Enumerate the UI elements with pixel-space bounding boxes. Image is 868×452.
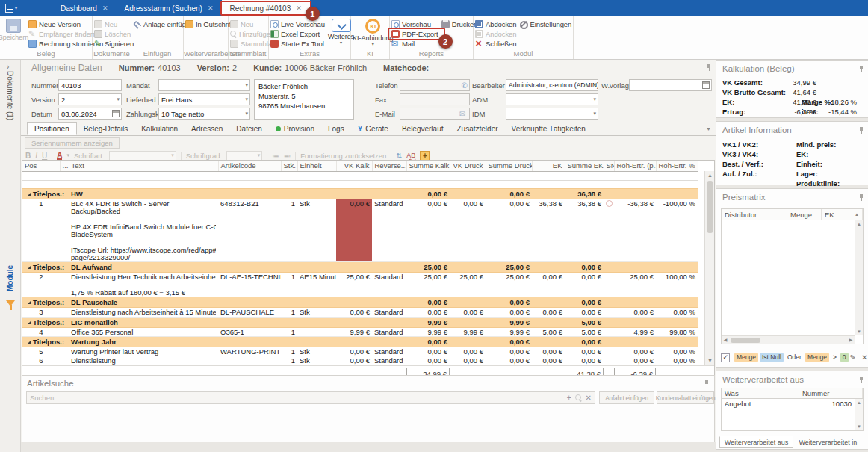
table-row[interactable]: 3Dienstleistung nach Arbeitseinheit à 15… (22, 308, 698, 317)
cell-reverse[interactable]: Standard (372, 347, 406, 356)
lieferbed-dropdown[interactable]: Frei Haus▾ (158, 93, 250, 105)
cell-code[interactable]: 648312-B21 (218, 199, 281, 262)
grid-col-text[interactable]: Text (69, 161, 218, 172)
table-row[interactable] (22, 172, 698, 181)
cell-text[interactable]: Office 365 Personal (69, 327, 218, 336)
font-color-button[interactable]: A (57, 152, 62, 160)
filter-chip-menge[interactable]: Menge (734, 353, 758, 362)
tab-zusatzfelder[interactable]: Zusatzfelder (450, 122, 505, 135)
cell-rohpct[interactable]: -100,00 % (656, 199, 698, 262)
ribbon-item-starte-ex-tool[interactable]: Starte Ex.Tool (269, 39, 326, 49)
grid-col-vkkalk[interactable]: VK Kalk (336, 161, 372, 172)
cell-dots[interactable] (60, 199, 69, 262)
group-expand-cell[interactable]: Titelpos.: (22, 262, 69, 273)
grid-col-dots[interactable]: ... (60, 161, 69, 172)
reset-format-button[interactable]: Formatierung zurücksetzen (300, 152, 386, 160)
pin-icon[interactable] (704, 380, 710, 388)
cell-sek[interactable]: 0,00 € (565, 356, 604, 365)
group-expand-cell[interactable]: Titelpos.: (22, 189, 69, 199)
ab-check-button[interactable]: AB (406, 152, 415, 159)
mandat-dropdown[interactable]: ▾ (158, 79, 250, 91)
cell-einheit[interactable]: Stk (297, 347, 336, 356)
tab-kalkulation[interactable]: Kalkulation (134, 122, 185, 135)
cell-sdruck[interactable]: 0,00 € (486, 308, 532, 317)
cell-ek[interactable]: 0,00 € (532, 347, 565, 356)
col-was[interactable]: Was (722, 388, 799, 398)
wvorlage-icon[interactable] (702, 81, 710, 89)
ribbon-item-abdocken[interactable]: Abdocken (474, 19, 518, 29)
cell-rohp[interactable]: 0,00 € (614, 347, 656, 356)
cell-vkdruck[interactable]: 25,00 € (450, 273, 486, 297)
seriennummern-button[interactable]: Seriennummern anzeigen (25, 137, 120, 149)
cell-text[interactable]: Wartung Printer laut Vertrag (69, 347, 218, 356)
col-menge[interactable]: Menge (787, 209, 822, 220)
cell-vkdruck[interactable]: 0,00 € (450, 199, 486, 262)
cell-rohpct[interactable]: 0,00 % (656, 347, 698, 356)
tab-verknüpfte-tätigkeiten[interactable]: Verknüpfte Tätigkeiten (505, 122, 592, 135)
cell-rohp[interactable]: -36,38 € (614, 199, 656, 262)
bearbeiter-dropdown[interactable]: Administrator, c-entron (ADMIN)▾ (506, 79, 598, 91)
cell-skalk[interactable]: 9,99 € (406, 327, 450, 336)
grid-col-pos[interactable]: Pos (22, 161, 60, 172)
group-expand-cell[interactable]: Titelpos.: (22, 336, 69, 347)
list-number-icon[interactable]: ≕ (284, 152, 291, 160)
tab-adressen[interactable]: Adressen (185, 122, 229, 135)
grid-col-reverse[interactable]: Reverse... (372, 161, 406, 172)
cell-rohp[interactable]: 25,00 € (614, 273, 656, 297)
cell-sek[interactable]: 36,38 € (565, 199, 604, 262)
ribbon-item-schließen[interactable]: Schließen (474, 39, 518, 49)
cell-skalk[interactable]: 0,00 € (406, 199, 450, 262)
cell-sn[interactable] (604, 273, 614, 297)
grid-col-ek[interactable]: EK (532, 161, 565, 172)
cell-sn[interactable] (604, 308, 614, 317)
tab-geräte[interactable]: YGeräte (351, 122, 395, 135)
group-row[interactable]: Titelpos.:HW0,00 €0,00 €36,38 € (22, 189, 698, 199)
cell-skalk[interactable]: 0,00 € (406, 308, 450, 317)
group-row[interactable]: Titelpos.:DL Pauschale0,00 €0,00 €0,00 € (22, 297, 698, 308)
artikel-search-input[interactable]: Suchen +✕ (26, 391, 595, 404)
calendar-icon[interactable] (112, 110, 120, 117)
cell-einheit[interactable]: Stk (297, 308, 336, 317)
table-row[interactable]: 4Office 365 PersonalO365-119,99 €Standar… (22, 327, 698, 336)
sidebar-item-module[interactable]: Module (6, 265, 14, 291)
cell-vkkalk[interactable]: 0,00 € (336, 308, 372, 317)
scroll-up-arrow[interactable]: ▲ (705, 171, 715, 180)
cell-einheit[interactable]: Stk (297, 356, 336, 365)
ribbon-item-in-gutschrift[interactable]: In Gutschrift (184, 19, 235, 29)
cell-einheit[interactable]: AE15 Minut... (297, 273, 336, 297)
cell-rohpct[interactable]: 0,00 % (656, 356, 698, 365)
cell-sn[interactable] (604, 347, 614, 356)
cell-pos[interactable]: 1 (22, 199, 60, 262)
cell-sek[interactable]: 0,00 € (565, 308, 604, 317)
cell-vkdruck[interactable]: 0,00 € (450, 308, 486, 317)
cell-dots[interactable] (60, 308, 69, 317)
email-input[interactable] (400, 108, 470, 120)
italic-button[interactable]: I (35, 152, 37, 160)
schriftgrad-dropdown[interactable] (226, 151, 262, 161)
cell-reverse[interactable]: Standard (372, 308, 406, 317)
cell-sn[interactable] (604, 327, 614, 336)
group-expand-cell[interactable]: Titelpos.: (22, 297, 69, 308)
pin-icon[interactable] (858, 377, 865, 384)
table-row[interactable]: 5Wartung Printer laut VertragWARTUNG-PRI… (22, 347, 698, 356)
cell-skalk[interactable]: 0,00 € (406, 347, 450, 356)
clear-filter-icon[interactable]: ✕ (861, 353, 867, 362)
grid-col-einheit[interactable]: Einheit (297, 161, 336, 172)
filter-chip-[interactable]: > (831, 353, 839, 362)
table-row[interactable]: 6Dienstleistung1Stk0,00 €Standard0,00 €0… (22, 356, 698, 365)
bold-button[interactable]: B (25, 152, 31, 160)
close-icon[interactable]: ✕ (102, 4, 108, 12)
cell-ek[interactable]: 5,00 € (532, 327, 565, 336)
clear-icon[interactable]: ✕ (586, 394, 592, 402)
grid-col-rohp[interactable]: Roh-Ertr. (p... (614, 161, 656, 172)
cell-skalk[interactable]: 0,00 € (406, 356, 450, 365)
cell-sek[interactable]: 5,00 € (565, 327, 604, 336)
cell-sek[interactable]: 0,00 € (565, 347, 604, 356)
cell-einheit[interactable]: Stk (297, 199, 336, 262)
cell-dots[interactable] (60, 327, 69, 336)
cell-pos[interactable]: 4 (22, 327, 60, 336)
cell-vkdruck[interactable]: 0,00 € (450, 347, 486, 356)
add-position-button[interactable]: + (420, 151, 430, 161)
highlighted-vkkalk-cell[interactable]: 0,00 € (336, 199, 372, 262)
cell-stk[interactable]: 1 (281, 356, 297, 365)
